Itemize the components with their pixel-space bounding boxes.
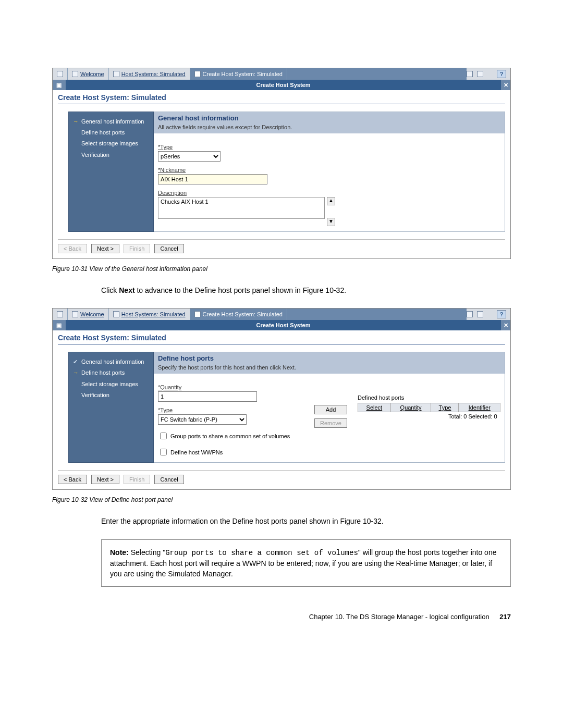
quantity-input[interactable] <box>158 391 257 402</box>
table-totals: Total: 0 Selected: 0 <box>358 412 500 421</box>
close-icon[interactable]: ✕ <box>501 320 510 330</box>
section-heading: General host information <box>154 112 505 124</box>
group-ports-checkbox[interactable] <box>160 433 167 439</box>
wizard-content: Define host ports Specify the host ports… <box>154 352 505 463</box>
type-label: *Type <box>158 407 304 413</box>
expand-icon[interactable]: ▣ <box>53 320 66 330</box>
tab-create-host-label: Create Host System: Simulated <box>203 71 283 77</box>
figure-10-32: Welcome Host Systems: Simulated Create H… <box>52 308 511 490</box>
figure-caption-2: Figure 10-32 View of Define host port pa… <box>52 496 511 503</box>
help-icon[interactable]: ? <box>497 70 506 78</box>
form-area: *Type pSeries *Nickname Description Chuc… <box>154 133 505 231</box>
defined-ports-header: Defined host ports <box>358 394 500 401</box>
section-heading: Define host ports <box>154 352 505 364</box>
back-button[interactable]: < Back <box>58 475 87 484</box>
window-icon-1[interactable] <box>467 311 473 317</box>
wizard-button-row: < Back Next > Finish Cancel <box>58 239 505 253</box>
type-select[interactable]: FC Switch fabric (P-P) <box>158 414 247 425</box>
description-textarea[interactable]: Chucks AIX Host 1 <box>158 197 325 219</box>
panel-body: Create Host System: Simulated →General h… <box>53 90 510 258</box>
wizard-steps: ✔General host information →Define host p… <box>68 352 154 463</box>
tab-strip: Welcome Host Systems: Simulated Create H… <box>53 68 510 80</box>
panel-title: Create Host System: Simulated <box>58 334 505 344</box>
step-verification[interactable]: Verification <box>72 150 150 161</box>
col-select[interactable]: Select <box>358 403 390 412</box>
title-bar-label: Create Host System <box>66 82 501 88</box>
description-label: Description <box>158 190 500 196</box>
title-bar-label: Create Host System <box>66 322 501 328</box>
tab-create-host[interactable]: Create Host System: Simulated <box>190 309 287 320</box>
finish-button: Finish <box>124 244 150 253</box>
tab-welcome-label[interactable]: Welcome <box>80 311 104 317</box>
back-button: < Back <box>58 244 87 253</box>
window-controls: ? <box>467 309 510 320</box>
panel-title: Create Host System: Simulated <box>58 93 505 104</box>
tab-host-systems[interactable]: Host Systems: Simulated <box>109 309 190 320</box>
tab-host-systems[interactable]: Host Systems: Simulated <box>109 68 190 80</box>
body-text-2: Enter the appropriate information on the… <box>101 516 511 526</box>
wizard-content: General host information All active fiel… <box>154 112 505 232</box>
note-box: Note: Selecting "Group ports to share a … <box>101 539 511 587</box>
scroll-up-icon[interactable]: ▲ <box>327 197 335 205</box>
next-button[interactable]: Next > <box>91 244 119 253</box>
app-menu-icon[interactable] <box>53 309 68 320</box>
figure-caption-1: Figure 10-31 View of the General host in… <box>52 265 511 273</box>
scroll-down-icon[interactable]: ▼ <box>327 218 335 226</box>
footer-chapter: Chapter 10. The DS Storage Manager - log… <box>309 613 489 621</box>
title-bar: ▣ Create Host System ✕ <box>53 80 510 90</box>
step-select-storage-images[interactable]: Select storage images <box>72 379 150 390</box>
define-wwpns-label: Define host WWPNs <box>170 449 223 455</box>
window-icon-1[interactable] <box>467 71 473 77</box>
tab-host-systems-label[interactable]: Host Systems: Simulated <box>121 71 186 77</box>
remove-button: Remove <box>314 418 347 428</box>
expand-icon[interactable]: ▣ <box>53 80 66 90</box>
step-define-host-ports[interactable]: →Define host ports <box>72 367 150 378</box>
app-menu-icon[interactable] <box>53 68 68 80</box>
tab-welcome[interactable]: Welcome <box>68 68 109 80</box>
figure-10-31: Welcome Host Systems: Simulated Create H… <box>52 68 511 259</box>
tab-welcome-label[interactable]: Welcome <box>80 71 104 77</box>
footer-page-number: 217 <box>499 613 511 621</box>
col-identifier[interactable]: Identifier <box>459 403 500 412</box>
define-wwpns-checkbox[interactable] <box>160 449 167 455</box>
step-define-host-ports[interactable]: Define host ports <box>72 127 150 138</box>
nickname-label: *Nickname <box>158 167 500 173</box>
page-footer: Chapter 10. The DS Storage Manager - log… <box>52 613 511 621</box>
step-general-host-info[interactable]: ✔General host information <box>72 356 150 367</box>
step-general-host-info[interactable]: →General host information <box>72 116 150 127</box>
window-controls: ? <box>467 68 510 80</box>
tab-welcome[interactable]: Welcome <box>68 309 109 320</box>
panel-body: Create Host System: Simulated ✔General h… <box>53 330 510 489</box>
section-subtext: All active fields require values except … <box>154 124 505 133</box>
quantity-label: *Quantity <box>158 384 304 390</box>
cancel-button[interactable]: Cancel <box>154 475 183 484</box>
define-wwpns-row: Define host WWPNs <box>158 447 304 457</box>
col-type[interactable]: Type <box>431 403 459 412</box>
tab-host-systems-label[interactable]: Host Systems: Simulated <box>121 311 186 317</box>
close-icon[interactable]: ✕ <box>501 80 510 90</box>
col-quantity[interactable]: Quantity <box>390 403 431 412</box>
add-button[interactable]: Add <box>314 405 347 414</box>
group-ports-row: Group ports to share a common set of vol… <box>158 431 304 441</box>
type-label: *Type <box>158 144 500 150</box>
nickname-input[interactable] <box>158 174 267 184</box>
help-icon[interactable]: ? <box>497 310 506 318</box>
title-bar: ▣ Create Host System ✕ <box>53 320 510 330</box>
tab-create-host-label: Create Host System: Simulated <box>203 311 283 317</box>
defined-ports-table: Select Quantity Type Identifier Total: 0… <box>358 403 500 421</box>
cancel-button[interactable]: Cancel <box>154 244 183 253</box>
type-select[interactable]: pSeries <box>158 151 221 162</box>
finish-button: Finish <box>124 475 150 484</box>
step-select-storage-images[interactable]: Select storage images <box>72 138 150 149</box>
next-button[interactable]: Next > <box>91 475 119 484</box>
page: Welcome Host Systems: Simulated Create H… <box>0 0 563 652</box>
window-icon-2[interactable] <box>477 311 483 317</box>
step-verification[interactable]: Verification <box>72 390 150 401</box>
wizard-button-row: < Back Next > Finish Cancel <box>58 470 505 484</box>
body-text-1: Click Next to advance to the Define host… <box>101 285 511 295</box>
form-area: *Quantity *Type FC Switch fabric (P-P) G… <box>154 374 505 462</box>
tab-create-host[interactable]: Create Host System: Simulated <box>190 68 287 80</box>
tab-strip: Welcome Host Systems: Simulated Create H… <box>53 309 510 320</box>
wizard-steps: →General host information Define host po… <box>68 112 154 232</box>
window-icon-2[interactable] <box>477 71 483 77</box>
